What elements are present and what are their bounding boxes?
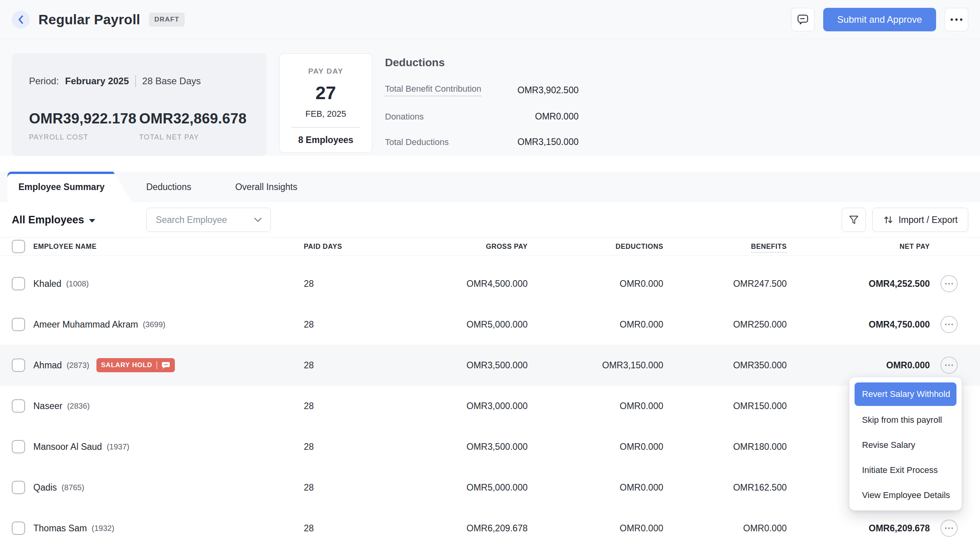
salary-hold-label: SALARY HOLD — [101, 361, 152, 369]
table-row[interactable]: Ameer Muhammad Akram (3699) 28 OMR5,000.… — [0, 304, 980, 345]
deductions-panel: Deductions Total Benefit Contribution OM… — [385, 53, 579, 156]
base-days: 28 Base Days — [142, 76, 201, 87]
table-row[interactable]: Thomas Sam (1932) 28 OMR6,209.678 OMR0.0… — [0, 508, 980, 547]
back-button[interactable] — [12, 11, 30, 29]
period-line: Period: February 2025 28 Base Days — [29, 75, 249, 87]
period-card: Period: February 2025 28 Base Days OMR39… — [12, 53, 267, 156]
gross-pay-value: OMR6,209.678 — [345, 523, 528, 534]
employee-name[interactable]: Qadis — [33, 482, 57, 493]
table-header-row: EMPLOYEE NAME PAID DAYS GROSS PAY DEDUCT… — [0, 237, 980, 256]
column-gross-pay[interactable]: GROSS PAY — [345, 243, 528, 251]
column-deductions[interactable]: DEDUCTIONS — [528, 243, 663, 251]
controls-right: Import / Export — [842, 208, 968, 232]
deduction-row: Total Benefit Contribution OMR3,902.500 — [385, 84, 579, 96]
import-export-icon — [883, 214, 894, 225]
benefits-value: OMR150.000 — [663, 401, 787, 411]
funnel-icon — [848, 214, 860, 226]
amounts: OMR39,922.178 PAYROLL COST OMR32,869.678… — [29, 110, 249, 141]
summary-section: Period: February 2025 28 Base Days OMR39… — [0, 39, 980, 156]
table-controls: All Employees Search Employee — [0, 202, 980, 232]
salary-hold-badge[interactable]: SALARY HOLD — [96, 358, 175, 372]
tab-deductions[interactable]: Deductions — [132, 172, 205, 202]
benefits-value: OMR0.000 — [663, 523, 787, 534]
row-checkbox[interactable] — [12, 399, 25, 413]
table-row[interactable]: Naseer (2836) 28 OMR3,000.000 OMR0.000 O… — [0, 386, 980, 426]
import-export-label: Import / Export — [898, 215, 958, 225]
employee-filter-dropdown[interactable]: All Employees — [12, 214, 95, 226]
total-benefit-contribution-label[interactable]: Total Benefit Contribution — [385, 84, 481, 96]
total-net-pay-label: TOTAL NET PAY — [139, 133, 249, 141]
table-row-salary-hold[interactable]: Ahmad (2873) SALARY HOLD 28 OMR3,500.000… — [0, 345, 980, 386]
caret-down-icon — [89, 219, 95, 223]
employee-name[interactable]: Khaled — [33, 279, 62, 289]
row-checkbox[interactable] — [12, 277, 25, 290]
payroll-cost-value: OMR39,922.178 — [29, 110, 139, 127]
column-net-pay[interactable]: NET PAY — [787, 243, 930, 251]
paid-days-value: 28 — [304, 523, 345, 534]
paid-days-value: 28 — [304, 319, 345, 330]
row-checkbox[interactable] — [12, 440, 25, 453]
menu-item-revert-salary-withhold[interactable]: Revert Salary Withhold — [855, 382, 956, 406]
ellipsis-icon — [951, 18, 962, 21]
submit-and-approve-button[interactable]: Submit and Approve — [823, 8, 936, 31]
benefits-value: OMR250.000 — [663, 319, 787, 330]
more-actions-button[interactable] — [945, 8, 968, 31]
import-export-button[interactable]: Import / Export — [872, 208, 968, 232]
table-row[interactable]: Khaled (1008) 28 OMR4,500.000 OMR0.000 O… — [0, 263, 980, 304]
column-benefits[interactable]: BENEFITS — [663, 243, 787, 251]
tab-bar: Employee Summary Deductions Overall Insi… — [0, 172, 980, 202]
column-employee-name[interactable]: EMPLOYEE NAME — [33, 243, 304, 251]
total-benefit-contribution-value: OMR3,902.500 — [517, 85, 579, 96]
row-checkbox[interactable] — [12, 359, 25, 372]
deductions-value: OMR3,150.000 — [528, 360, 663, 371]
gross-pay-value: OMR5,000.000 — [345, 482, 528, 493]
employee-name[interactable]: Thomas Sam — [33, 523, 87, 534]
row-checkbox[interactable] — [12, 522, 25, 535]
total-deductions-value: OMR3,150.000 — [517, 137, 579, 147]
row-menu-button[interactable] — [940, 275, 958, 292]
total-net-pay-value: OMR32,869.678 — [139, 110, 249, 127]
benefits-value: OMR350.000 — [663, 360, 787, 371]
period-value: February 2025 — [65, 76, 129, 87]
net-pay-value: OMR4,750.000 — [787, 319, 930, 330]
employee-id: (1932) — [92, 524, 114, 533]
employee-name[interactable]: Ahmad — [33, 360, 62, 371]
row-checkbox[interactable] — [12, 481, 25, 494]
table-row[interactable]: Qadis (8765) 28 OMR5,000.000 OMR0.000 OM… — [0, 467, 980, 508]
row-menu-button[interactable] — [940, 357, 958, 374]
net-pay-value: OMR6,209.678 — [787, 523, 930, 534]
comments-button[interactable] — [791, 8, 815, 31]
divider — [156, 361, 157, 369]
pay-day-label: PAY DAY — [308, 67, 343, 76]
menu-item-revise-salary[interactable]: Revise Salary — [855, 433, 956, 458]
employee-name[interactable]: Ameer Muhammad Akram — [33, 319, 138, 330]
employee-id: (2836) — [67, 402, 90, 411]
column-paid-days[interactable]: PAID DAYS — [304, 243, 345, 251]
row-menu-button[interactable] — [940, 520, 958, 537]
menu-item-initiate-exit-process[interactable]: Initiate Exit Process — [855, 458, 956, 483]
employee-id: (2873) — [67, 361, 89, 370]
paid-days-value: 28 — [304, 482, 345, 493]
tab-employee-summary[interactable]: Employee Summary — [7, 172, 132, 202]
row-menu-button[interactable] — [940, 316, 958, 333]
select-all-checkbox[interactable] — [12, 240, 25, 253]
employee-name[interactable]: Mansoor Al Saud — [33, 442, 102, 452]
employee-id: (1937) — [107, 442, 129, 451]
top-bar-left: Regular Payroll DRAFT — [12, 11, 185, 29]
pay-day-month: FEB, 2025 — [305, 109, 346, 119]
tab-overall-insights[interactable]: Overall Insights — [221, 172, 312, 202]
employee-name[interactable]: Naseer — [33, 401, 62, 411]
deductions-value: OMR0.000 — [528, 279, 663, 289]
deduction-row: Total Deductions OMR3,150.000 — [385, 137, 579, 147]
filter-button[interactable] — [842, 208, 866, 232]
controls-left: All Employees Search Employee — [12, 208, 271, 232]
employee-filter-label: All Employees — [12, 214, 84, 226]
row-checkbox[interactable] — [12, 318, 25, 331]
menu-item-skip-from-this-payroll[interactable]: Skip from this payroll — [855, 408, 956, 433]
table-row[interactable]: Mansoor Al Saud (1937) 28 OMR3,500.000 O… — [0, 426, 980, 467]
search-employee-select[interactable]: Search Employee — [146, 208, 271, 232]
menu-item-view-employee-details[interactable]: View Employee Details — [855, 483, 956, 508]
top-bar: Regular Payroll DRAFT Submit and Approve — [0, 0, 980, 39]
chevron-left-icon — [16, 14, 25, 25]
net-pay-value: OMR4,252.500 — [787, 279, 930, 289]
